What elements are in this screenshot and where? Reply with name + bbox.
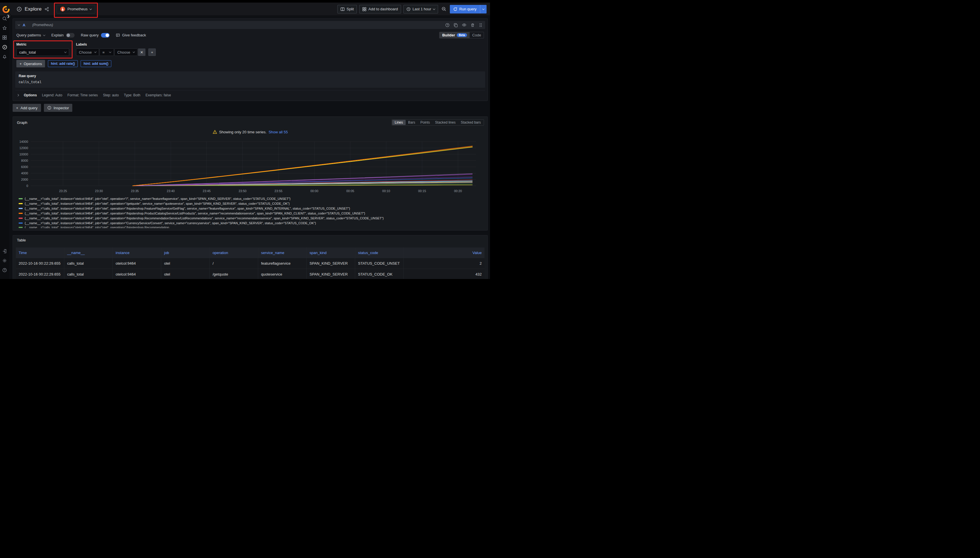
beta-badge: Beta bbox=[457, 33, 467, 37]
table-header-name[interactable]: __name__ bbox=[64, 248, 113, 258]
svg-text:23:25: 23:25 bbox=[59, 189, 67, 193]
svg-text:00:20: 00:20 bbox=[454, 189, 462, 193]
legend-item-5[interactable]: {__name__="calls_total", instance="otelc… bbox=[19, 222, 487, 225]
table-header-statuscode[interactable]: status_code bbox=[355, 248, 404, 258]
zoom-out-icon bbox=[442, 7, 446, 11]
give-feedback-button[interactable]: Give feedback bbox=[116, 33, 146, 37]
sidebar-explore-icon[interactable] bbox=[2, 45, 7, 49]
sidebar-signin-icon[interactable] bbox=[2, 249, 7, 253]
graph-mode-lines[interactable]: Lines bbox=[392, 120, 406, 125]
datasource-picker[interactable]: Prometheus bbox=[56, 5, 95, 13]
svg-text:8000: 8000 bbox=[21, 159, 28, 162]
graph-mode-stacked-bars[interactable]: Stacked bars bbox=[458, 120, 483, 125]
code-mode-button[interactable]: Code bbox=[470, 32, 484, 38]
sidebar-expand-button[interactable]: ❯ bbox=[5, 13, 11, 19]
legend-item-clipped[interactable]: {__name__="calls_total", instance="otelc… bbox=[19, 226, 487, 228]
add-operations-button[interactable]: + Operations bbox=[16, 60, 45, 67]
table-header-time[interactable]: Time bbox=[16, 248, 64, 258]
raw-query-label: Raw query bbox=[19, 74, 482, 78]
label-value-select[interactable]: Choose bbox=[115, 48, 137, 56]
graph-panel-title: Graph bbox=[17, 120, 27, 125]
legend-label: {__name__="calls_total", instance="otelc… bbox=[25, 212, 365, 215]
table-cell: calls_total bbox=[64, 269, 113, 279]
graph-mode-points[interactable]: Points bbox=[418, 120, 432, 125]
table-header-operation[interactable]: operation bbox=[210, 248, 258, 258]
table-header-value[interactable]: Value bbox=[404, 248, 485, 258]
page-title: Explore bbox=[25, 6, 41, 12]
graph-panel: Graph LinesBarsPointsStacked linesStacke… bbox=[13, 117, 488, 231]
table-header-spankind[interactable]: span_kind bbox=[307, 248, 355, 258]
zoom-out-button[interactable] bbox=[441, 5, 447, 13]
table-cell: 2022-10-16 00:22:29.655 bbox=[16, 258, 64, 269]
svg-text:23:30: 23:30 bbox=[95, 189, 103, 193]
legend-swatch bbox=[19, 198, 23, 199]
plus-icon: + bbox=[16, 106, 18, 110]
legend-item-0[interactable]: {__name__="calls_total", instance="otelc… bbox=[19, 197, 487, 200]
table-header-servicename[interactable]: service_name bbox=[258, 248, 307, 258]
metric-select[interactable]: calls_total bbox=[16, 48, 69, 56]
info-circle-icon bbox=[47, 106, 51, 110]
drag-handle-icon[interactable] bbox=[479, 23, 482, 27]
labels-group: Labels Choose = Choose ✕ + bbox=[76, 43, 156, 56]
sidebar-dashboards-icon[interactable] bbox=[2, 35, 7, 40]
remove-query-trash-icon[interactable] bbox=[470, 23, 475, 27]
results-table: Time__name__instancejoboperationservice_… bbox=[16, 248, 485, 279]
sidebar-starred-icon[interactable] bbox=[2, 26, 7, 30]
explain-toggle[interactable] bbox=[66, 33, 75, 38]
graph-mode-bars[interactable]: Bars bbox=[406, 120, 418, 125]
run-query-button[interactable]: Run query bbox=[450, 5, 487, 13]
query-toolbar: Query patterns Explain Raw query Give fe… bbox=[15, 29, 485, 39]
collapse-chevron-icon bbox=[18, 23, 20, 26]
svg-text:00:00: 00:00 bbox=[311, 189, 319, 193]
add-label-button[interactable]: + bbox=[148, 48, 156, 56]
datasource-name: Prometheus bbox=[67, 7, 87, 11]
label-key-select[interactable]: Choose bbox=[76, 48, 99, 56]
table-cell: SPAN_KIND_SERVER bbox=[307, 269, 355, 279]
duplicate-query-icon[interactable] bbox=[454, 23, 458, 27]
split-button[interactable]: Split bbox=[337, 5, 357, 13]
sidebar-settings-gear-icon[interactable] bbox=[2, 258, 7, 263]
time-range-picker[interactable]: Last 1 hour bbox=[403, 5, 438, 13]
legend-item-2[interactable]: {__name__="calls_total", instance="otelc… bbox=[19, 207, 487, 210]
table-header-instance[interactable]: instance bbox=[113, 248, 161, 258]
remove-label-button[interactable]: ✕ bbox=[138, 48, 145, 56]
hide-query-eye-icon[interactable] bbox=[462, 23, 467, 27]
inspector-button[interactable]: Inspector bbox=[44, 104, 72, 112]
raw-query-toggle[interactable] bbox=[101, 33, 110, 38]
query-builder-row: Metric calls_total Labels Choose = bbox=[15, 39, 485, 56]
sidebar-alerting-icon[interactable] bbox=[2, 54, 7, 59]
options-collapsed-row[interactable]: Options Legend: AutoFormat: Time seriesS… bbox=[15, 90, 485, 98]
table-row-1: 2022-10-16 00:22:29.655calls_totalotelco… bbox=[16, 269, 485, 279]
legend-label: {__name__="calls_total", instance="otelc… bbox=[25, 202, 290, 205]
add-to-dashboard-button[interactable]: Add to dashboard bbox=[359, 5, 401, 13]
table-header-job[interactable]: job bbox=[161, 248, 210, 258]
graph-mode-stacked-lines[interactable]: Stacked lines bbox=[432, 120, 458, 125]
query-hint-button-0[interactable]: hint: add rate() bbox=[48, 60, 78, 67]
time-series-chart[interactable]: 23:2523:3023:3523:4023:4523:5023:5500:00… bbox=[17, 139, 480, 195]
svg-text:23:50: 23:50 bbox=[239, 189, 247, 193]
svg-text:4000: 4000 bbox=[21, 171, 28, 175]
run-query-dropdown[interactable] bbox=[480, 5, 487, 13]
legend-item-1[interactable]: {__name__="calls_total", instance="otelc… bbox=[19, 202, 487, 205]
show-all-series-link[interactable]: Show all 55 bbox=[268, 130, 288, 134]
query-help-icon[interactable] bbox=[445, 23, 449, 27]
chevron-down-icon bbox=[43, 34, 45, 36]
sidebar-help-icon[interactable] bbox=[2, 268, 7, 272]
raw-query-toggle-group: Raw query bbox=[81, 33, 110, 38]
add-query-button[interactable]: + Add query bbox=[13, 104, 41, 112]
query-hint-button-1[interactable]: hint: add sum() bbox=[81, 60, 111, 67]
share-icon[interactable] bbox=[44, 7, 49, 11]
label-operator-select[interactable]: = bbox=[100, 48, 114, 56]
builder-mode-button[interactable]: Builder Beta bbox=[439, 32, 469, 38]
svg-text:14000: 14000 bbox=[19, 140, 28, 143]
table-cell: otel bbox=[161, 269, 210, 279]
query-row-header[interactable]: A (Prometheus) bbox=[15, 21, 485, 29]
legend-item-3[interactable]: {__name__="calls_total", instance="otelc… bbox=[19, 212, 487, 215]
svg-text:23:45: 23:45 bbox=[203, 189, 211, 193]
legend-item-4[interactable]: {__name__="calls_total", instance="otelc… bbox=[19, 217, 487, 220]
legend-label: {__name__="calls_total", instance="otelc… bbox=[25, 217, 383, 220]
close-icon: ✕ bbox=[140, 50, 143, 54]
query-ref-id: A bbox=[23, 23, 25, 27]
grafana-logo[interactable] bbox=[2, 5, 10, 13]
query-patterns-dropdown[interactable]: Query patterns bbox=[16, 33, 45, 37]
